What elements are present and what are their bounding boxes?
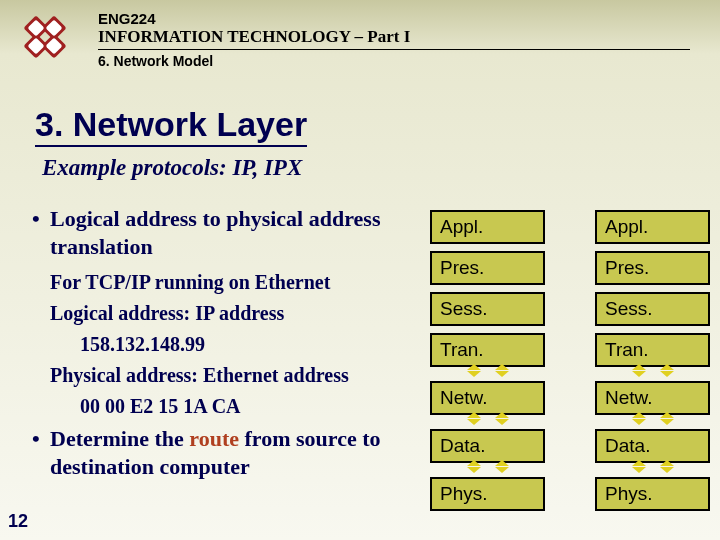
bullet-dot-icon: • xyxy=(32,425,50,480)
sub-text: Physical address: Ethernet address xyxy=(50,363,412,388)
bullet-dot-icon: • xyxy=(32,205,50,260)
double-arrow-icon xyxy=(632,366,646,375)
institution-logo-icon xyxy=(18,10,78,70)
double-arrow-icon xyxy=(495,366,509,375)
layer-box: Appl. xyxy=(430,210,545,244)
double-arrow-icon xyxy=(467,462,481,471)
course-code: ENG224 xyxy=(98,10,700,27)
layer-box: Netw. xyxy=(595,381,710,415)
bullet-text: Determine the route from source to desti… xyxy=(50,425,412,480)
section-title: 3. Network Layer xyxy=(35,105,307,147)
layer-arrow-row xyxy=(430,462,710,471)
double-arrow-icon xyxy=(467,366,481,375)
layer-box: Data. xyxy=(595,429,710,463)
layer-box: Netw. xyxy=(430,381,545,415)
double-arrow-icon xyxy=(467,414,481,423)
layer-box: Tran. xyxy=(595,333,710,367)
page-number: 12 xyxy=(8,511,28,532)
course-title: INFORMATION TECHNOLOGY – Part I xyxy=(98,27,690,50)
layer-box: Sess. xyxy=(430,292,545,326)
sub-text: For TCP/IP running on Ethernet xyxy=(50,270,412,295)
layer-box: Appl. xyxy=(595,210,710,244)
ip-address: 158.132.148.99 xyxy=(80,332,412,357)
layer-arrow-row xyxy=(430,414,710,423)
bullet-text: Logical address to physical address tran… xyxy=(50,205,412,260)
double-arrow-icon xyxy=(632,462,646,471)
sub-text: Logical address: IP address xyxy=(50,301,412,326)
double-arrow-icon xyxy=(660,366,674,375)
double-arrow-icon xyxy=(660,462,674,471)
osi-layer-diagram: Appl. Appl. Pres. Pres. Sess. Sess. Tran… xyxy=(430,210,710,511)
example-protocols: Example protocols: IP, IPX xyxy=(42,155,302,181)
layer-box: Phys. xyxy=(595,477,710,511)
double-arrow-icon xyxy=(495,414,509,423)
highlight-route: route xyxy=(189,426,239,451)
double-arrow-icon xyxy=(632,414,646,423)
double-arrow-icon xyxy=(660,414,674,423)
double-arrow-icon xyxy=(495,462,509,471)
layer-box: Tran. xyxy=(430,333,545,367)
mac-address: 00 00 E2 15 1A CA xyxy=(80,394,412,419)
layer-box: Data. xyxy=(430,429,545,463)
bullet-item: • Logical address to physical address tr… xyxy=(32,205,412,260)
layer-box: Pres. xyxy=(595,251,710,285)
layer-box: Pres. xyxy=(430,251,545,285)
content-body: • Logical address to physical address tr… xyxy=(32,205,412,484)
bullet-item: • Determine the route from source to des… xyxy=(32,425,412,480)
layer-box: Sess. xyxy=(595,292,710,326)
chapter-subtitle: 6. Network Model xyxy=(98,53,700,69)
layer-box: Phys. xyxy=(430,477,545,511)
layer-arrow-row xyxy=(430,366,710,375)
